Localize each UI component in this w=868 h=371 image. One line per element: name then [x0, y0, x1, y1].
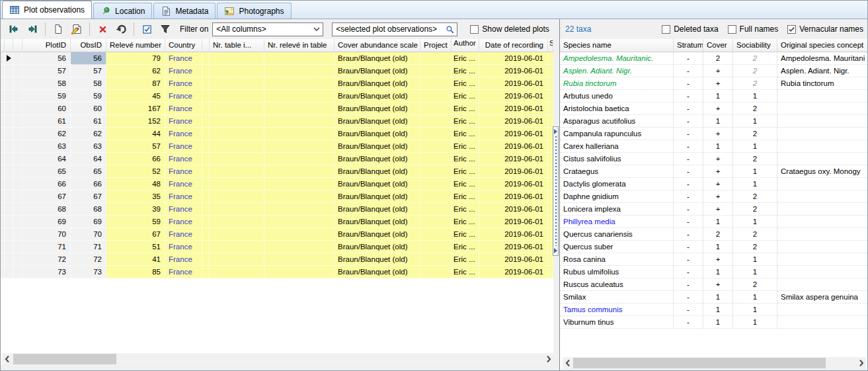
releve-number-cell[interactable]: 87 [106, 77, 165, 90]
plotid-cell[interactable]: 70 [22, 228, 71, 241]
nr-releve-in-table-cell[interactable] [264, 266, 335, 278]
releve-number-cell[interactable]: 167 [106, 103, 165, 115]
project-cell[interactable] [420, 153, 452, 165]
original-species-concept-cell[interactable]: Ampedolesma. Mauritani [777, 52, 868, 65]
show-deleted-plots-checkbox[interactable] [470, 25, 479, 34]
sociability-cell[interactable]: 1 [733, 115, 777, 128]
sociability-cell[interactable]: 2 [733, 52, 777, 65]
species-row[interactable]: Campanula rapunculus - + 2 [560, 128, 868, 140]
project-cell[interactable] [420, 77, 452, 90]
cover-cell[interactable]: + [703, 77, 733, 90]
project-cell[interactable] [420, 190, 452, 203]
nr-table-cell[interactable] [210, 128, 264, 140]
sociability-cell[interactable]: 1 [733, 291, 777, 304]
date-cell[interactable]: 2019-06-01 [479, 190, 548, 203]
sociability-cell[interactable]: 1 [733, 90, 777, 103]
project-cell[interactable] [420, 115, 452, 128]
date-cell[interactable]: 2019-06-01 [479, 65, 548, 77]
original-species-concept-cell[interactable]: Smilax aspera genuina [777, 291, 868, 304]
species-name-cell[interactable]: Daphne gnidium [560, 190, 674, 203]
original-species-concept-cell[interactable] [777, 266, 868, 278]
nr-releve-in-table-cell[interactable] [264, 140, 335, 153]
species-row[interactable]: Quercus suber - 1 2 [560, 241, 868, 253]
nr-table-cell[interactable] [210, 103, 264, 115]
stratum-cell[interactable]: - [674, 65, 703, 77]
species-name-cell[interactable]: Rubus ulmifolius [560, 266, 674, 278]
date-cell[interactable]: 2019-06-01 [479, 203, 548, 216]
species-name-cell[interactable]: Viburnum tinus [560, 316, 674, 329]
species-name-cell[interactable]: Smilax [560, 291, 674, 304]
species-name-cell[interactable]: Cistus salviifolius [560, 153, 674, 165]
species-name-cell[interactable]: Arbutus unedo [560, 90, 674, 103]
nr-releve-in-table-cell[interactable] [264, 115, 335, 128]
cover-cell[interactable]: + [703, 153, 733, 165]
project-cell[interactable] [420, 165, 452, 178]
releve-number-cell[interactable]: 152 [106, 115, 165, 128]
sociability-cell[interactable]: 1 [733, 165, 777, 178]
author-cell[interactable]: Eric ... [452, 77, 479, 90]
author-cell[interactable]: Eric ... [452, 165, 479, 178]
country-cell[interactable]: France [165, 165, 202, 178]
tab-metadata[interactable]: Metadata [153, 3, 216, 19]
species-row[interactable]: Viburnum tinus - 1 1 [560, 316, 868, 329]
country-cell[interactable]: France [165, 103, 202, 115]
new-plot-button[interactable] [49, 21, 67, 37]
original-species-concept-cell[interactable] [777, 178, 868, 190]
stratum-cell[interactable]: - [674, 203, 703, 216]
nr-releve-in-table-cell[interactable] [264, 103, 335, 115]
select-plots-button[interactable] [138, 21, 156, 37]
plotid-cell[interactable]: 56 [22, 52, 71, 65]
date-cell[interactable]: 2019-06-01 [479, 90, 548, 103]
species-name-cell[interactable]: Asparagus acutifolius [560, 115, 674, 128]
edit-plot-button[interactable] [67, 21, 86, 37]
original-species-concept-cell[interactable]: Asplen. Adiant. Nigr. [777, 65, 868, 77]
plot-row[interactable]: 62 62 44 France Braun/Blanquet (old) Eri… [1, 128, 553, 140]
header-cover-abundance-scale[interactable]: Cover abundance scale [335, 39, 420, 52]
original-species-concept-cell[interactable] [777, 304, 868, 316]
project-cell[interactable] [420, 253, 452, 266]
original-species-concept-cell[interactable] [777, 278, 868, 291]
undo-button[interactable] [112, 21, 130, 37]
original-species-concept-cell[interactable] [777, 241, 868, 253]
header-date-of-recording[interactable]: Date of recording [479, 39, 548, 52]
date-cell[interactable]: 2019-06-01 [479, 103, 548, 115]
original-species-concept-cell[interactable] [777, 140, 868, 153]
project-cell[interactable] [420, 241, 452, 253]
date-cell[interactable]: 2019-06-01 [479, 165, 548, 178]
nr-releve-in-table-cell[interactable] [264, 241, 335, 253]
country-cell[interactable]: France [165, 241, 202, 253]
obsid-cell[interactable]: 65 [71, 165, 106, 178]
plot-row[interactable]: 68 68 39 France Braun/Blanquet (old) Eri… [1, 203, 553, 216]
nr-releve-in-table-cell[interactable] [264, 52, 335, 65]
sociability-cell[interactable]: 2 [733, 153, 777, 165]
project-cell[interactable] [420, 128, 452, 140]
nr-table-cell[interactable] [210, 228, 264, 241]
plotid-cell[interactable]: 57 [22, 65, 71, 77]
obsid-cell[interactable]: 56 [71, 52, 106, 65]
last-record-button[interactable] [23, 21, 42, 37]
full-names-checkbox[interactable] [728, 25, 736, 34]
nr-table-cell[interactable] [210, 190, 264, 203]
project-cell[interactable] [420, 266, 452, 278]
sociability-cell[interactable]: 2 [733, 241, 777, 253]
obsid-cell[interactable]: 69 [71, 216, 106, 228]
obsid-cell[interactable]: 59 [71, 90, 106, 103]
releve-number-cell[interactable]: 39 [106, 203, 165, 216]
splitter-arrow-icon[interactable] [554, 248, 557, 253]
date-cell[interactable]: 2019-06-01 [479, 77, 548, 90]
obsid-cell[interactable]: 60 [71, 103, 106, 115]
country-cell[interactable]: France [165, 190, 202, 203]
species-name-cell[interactable]: Dactylis glomerata [560, 178, 674, 190]
cover-cell[interactable]: 1 [703, 316, 733, 329]
nr-table-cell[interactable] [210, 65, 264, 77]
stratum-cell[interactable]: - [674, 115, 703, 128]
nr-releve-in-table-cell[interactable] [264, 190, 335, 203]
cover-scale-cell[interactable]: Braun/Blanquet (old) [335, 153, 420, 165]
nr-releve-in-table-cell[interactable] [264, 128, 335, 140]
species-name-cell[interactable]: Campanula rapunculus [560, 128, 674, 140]
header-original-species-concept[interactable]: Original species concept [777, 39, 868, 52]
country-cell[interactable]: France [165, 115, 202, 128]
cover-scale-cell[interactable]: Braun/Blanquet (old) [335, 103, 420, 115]
nr-table-cell[interactable] [210, 90, 264, 103]
date-cell[interactable]: 2019-06-01 [479, 178, 548, 190]
